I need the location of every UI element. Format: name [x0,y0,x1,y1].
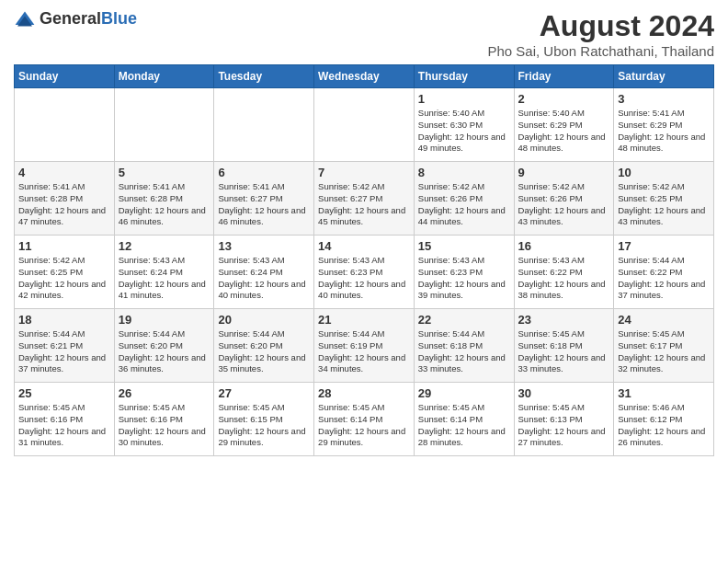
day-info-2-0: Sunrise: 5:42 AM Sunset: 6:25 PM Dayligh… [18,255,110,302]
calendar-table: Sunday Monday Tuesday Wednesday Thursday… [14,64,714,456]
day-num-3-6: 24 [618,313,710,327]
day-num-3-2: 20 [218,313,310,327]
day-num-2-0: 11 [18,239,110,253]
col-sunday: Sunday [15,65,115,88]
cell-3-0: 18Sunrise: 5:44 AM Sunset: 6:21 PM Dayli… [15,309,115,383]
header: GeneralBlue August 2024 Pho Sai, Ubon Ra… [14,9,714,59]
day-info-3-4: Sunrise: 5:44 AM Sunset: 6:18 PM Dayligh… [418,328,510,375]
day-info-1-0: Sunrise: 5:41 AM Sunset: 6:28 PM Dayligh… [18,181,110,228]
day-info-2-5: Sunrise: 5:43 AM Sunset: 6:22 PM Dayligh… [518,255,610,302]
main-title: August 2024 [487,9,714,43]
cell-2-4: 15Sunrise: 5:43 AM Sunset: 6:23 PM Dayli… [414,236,514,309]
col-monday: Monday [114,65,214,88]
logo-text: GeneralBlue [40,9,137,29]
cell-1-6: 10Sunrise: 5:42 AM Sunset: 6:25 PM Dayli… [614,162,714,236]
cell-4-6: 31Sunrise: 5:46 AM Sunset: 6:12 PM Dayli… [614,383,714,456]
cell-2-5: 16Sunrise: 5:43 AM Sunset: 6:22 PM Dayli… [514,236,614,309]
cell-4-4: 29Sunrise: 5:45 AM Sunset: 6:14 PM Dayli… [414,383,514,456]
cell-4-2: 27Sunrise: 5:45 AM Sunset: 6:15 PM Dayli… [214,383,314,456]
day-info-3-6: Sunrise: 5:45 AM Sunset: 6:17 PM Dayligh… [618,328,710,375]
cell-0-4: 1Sunrise: 5:40 AM Sunset: 6:30 PM Daylig… [414,88,514,162]
day-info-1-1: Sunrise: 5:41 AM Sunset: 6:28 PM Dayligh… [119,181,210,228]
header-row: Sunday Monday Tuesday Wednesday Thursday… [15,65,714,88]
cell-2-1: 12Sunrise: 5:43 AM Sunset: 6:24 PM Dayli… [114,236,214,309]
day-num-3-3: 21 [318,313,410,327]
cell-4-3: 28Sunrise: 5:45 AM Sunset: 6:14 PM Dayli… [314,383,415,456]
day-info-2-1: Sunrise: 5:43 AM Sunset: 6:24 PM Dayligh… [119,255,210,302]
cell-1-4: 8Sunrise: 5:42 AM Sunset: 6:26 PM Daylig… [414,162,514,236]
day-num-3-1: 19 [119,313,210,327]
day-info-4-2: Sunrise: 5:45 AM Sunset: 6:15 PM Dayligh… [218,402,310,449]
week-row-1: 4Sunrise: 5:41 AM Sunset: 6:28 PM Daylig… [15,162,714,236]
logo-blue: Blue [101,9,137,28]
day-num-4-2: 27 [218,386,310,400]
cell-1-5: 9Sunrise: 5:42 AM Sunset: 6:26 PM Daylig… [514,162,614,236]
cell-4-0: 25Sunrise: 5:45 AM Sunset: 6:16 PM Dayli… [15,383,115,456]
calendar-header: Sunday Monday Tuesday Wednesday Thursday… [15,65,714,88]
day-num-4-0: 25 [18,386,110,400]
day-info-3-3: Sunrise: 5:44 AM Sunset: 6:19 PM Dayligh… [318,328,410,375]
week-row-3: 18Sunrise: 5:44 AM Sunset: 6:21 PM Dayli… [15,309,714,383]
cell-0-6: 3Sunrise: 5:41 AM Sunset: 6:29 PM Daylig… [614,88,714,162]
day-num-1-0: 4 [18,166,110,179]
cell-2-0: 11Sunrise: 5:42 AM Sunset: 6:25 PM Dayli… [15,236,115,309]
day-info-3-5: Sunrise: 5:45 AM Sunset: 6:18 PM Dayligh… [518,328,610,375]
cell-2-6: 17Sunrise: 5:44 AM Sunset: 6:22 PM Dayli… [614,236,714,309]
day-info-1-6: Sunrise: 5:42 AM Sunset: 6:25 PM Dayligh… [618,181,710,228]
day-info-4-0: Sunrise: 5:45 AM Sunset: 6:16 PM Dayligh… [18,402,110,449]
cell-2-3: 14Sunrise: 5:43 AM Sunset: 6:23 PM Dayli… [314,236,415,309]
day-num-4-5: 30 [518,386,610,400]
col-tuesday: Tuesday [214,65,314,88]
day-num-2-6: 17 [618,239,710,253]
col-thursday: Thursday [414,65,514,88]
week-row-0: 1Sunrise: 5:40 AM Sunset: 6:30 PM Daylig… [15,88,714,162]
cell-3-2: 20Sunrise: 5:44 AM Sunset: 6:20 PM Dayli… [214,309,314,383]
day-num-2-2: 13 [218,239,310,253]
cell-1-0: 4Sunrise: 5:41 AM Sunset: 6:28 PM Daylig… [15,162,115,236]
title-area: August 2024 Pho Sai, Ubon Ratchathani, T… [487,9,714,59]
cell-4-5: 30Sunrise: 5:45 AM Sunset: 6:13 PM Dayli… [514,383,614,456]
day-info-4-4: Sunrise: 5:45 AM Sunset: 6:14 PM Dayligh… [418,402,510,449]
logo-icon [14,10,36,29]
day-num-1-2: 6 [218,166,310,179]
cell-3-3: 21Sunrise: 5:44 AM Sunset: 6:19 PM Dayli… [314,309,415,383]
day-info-1-5: Sunrise: 5:42 AM Sunset: 6:26 PM Dayligh… [518,181,610,228]
day-num-1-6: 10 [618,166,710,179]
day-num-2-4: 15 [418,239,510,253]
day-info-4-3: Sunrise: 5:45 AM Sunset: 6:14 PM Dayligh… [318,402,410,449]
day-info-0-6: Sunrise: 5:41 AM Sunset: 6:29 PM Dayligh… [618,108,710,155]
cell-0-2 [214,88,314,162]
day-num-0-4: 1 [418,92,510,106]
col-saturday: Saturday [614,65,714,88]
page: GeneralBlue August 2024 Pho Sai, Ubon Ra… [0,0,728,465]
day-num-3-0: 18 [18,313,110,327]
calendar-body: 1Sunrise: 5:40 AM Sunset: 6:30 PM Daylig… [15,88,714,456]
cell-0-0 [15,88,115,162]
day-info-3-1: Sunrise: 5:44 AM Sunset: 6:20 PM Dayligh… [119,328,210,375]
day-info-3-2: Sunrise: 5:44 AM Sunset: 6:20 PM Dayligh… [218,328,310,375]
day-info-0-4: Sunrise: 5:40 AM Sunset: 6:30 PM Dayligh… [418,108,510,155]
day-num-2-5: 16 [518,239,610,253]
day-num-1-4: 8 [418,166,510,179]
logo-general: General [40,9,101,28]
day-info-0-5: Sunrise: 5:40 AM Sunset: 6:29 PM Dayligh… [518,108,610,155]
week-row-4: 25Sunrise: 5:45 AM Sunset: 6:16 PM Dayli… [15,383,714,456]
cell-4-1: 26Sunrise: 5:45 AM Sunset: 6:16 PM Dayli… [114,383,214,456]
day-info-1-4: Sunrise: 5:42 AM Sunset: 6:26 PM Dayligh… [418,181,510,228]
col-friday: Friday [514,65,614,88]
cell-1-3: 7Sunrise: 5:42 AM Sunset: 6:27 PM Daylig… [314,162,415,236]
cell-0-5: 2Sunrise: 5:40 AM Sunset: 6:29 PM Daylig… [514,88,614,162]
cell-1-2: 6Sunrise: 5:41 AM Sunset: 6:27 PM Daylig… [214,162,314,236]
logo: GeneralBlue [14,9,137,29]
day-info-1-3: Sunrise: 5:42 AM Sunset: 6:27 PM Dayligh… [318,181,410,228]
day-num-1-5: 9 [518,166,610,179]
cell-3-5: 23Sunrise: 5:45 AM Sunset: 6:18 PM Dayli… [514,309,614,383]
week-row-2: 11Sunrise: 5:42 AM Sunset: 6:25 PM Dayli… [15,236,714,309]
cell-2-2: 13Sunrise: 5:43 AM Sunset: 6:24 PM Dayli… [214,236,314,309]
day-num-3-5: 23 [518,313,610,327]
col-wednesday: Wednesday [314,65,415,88]
day-info-2-3: Sunrise: 5:43 AM Sunset: 6:23 PM Dayligh… [318,255,410,302]
day-num-0-6: 3 [618,92,710,106]
day-num-2-3: 14 [318,239,410,253]
subtitle: Pho Sai, Ubon Ratchathani, Thailand [487,43,714,59]
